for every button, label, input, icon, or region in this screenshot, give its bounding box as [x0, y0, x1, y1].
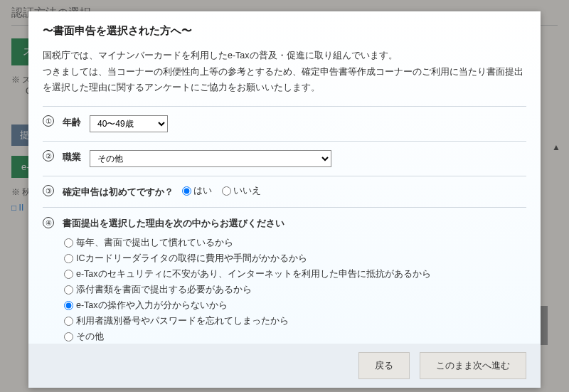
modal-intro: 国税庁では、マイナンバーカードを利用したe-Taxの普及・促進に取り組んでいます…	[43, 48, 526, 96]
question-firsttime-row: ③ 確定申告は初めてですか？ はい いいえ	[43, 176, 526, 207]
q4-option[interactable]: e-Taxのセキュリティに不安があり、インターネットを利用した申告に抵抗があるか…	[64, 268, 526, 280]
q4-radio[interactable]	[64, 332, 73, 341]
survey-modal: 〜書面申告を選択された方へ〜 国税庁では、マイナンバーカードを利用したe-Tax…	[28, 11, 541, 388]
q4-options-list: 毎年、書面で提出して慣れているからICカードリーダライタの取得に費用や手間がかか…	[43, 237, 526, 343]
q4-radio[interactable]	[64, 254, 73, 263]
q4-radio[interactable]	[64, 317, 73, 326]
question-job-row: ② 職業 その他	[43, 141, 526, 176]
radio-no[interactable]	[222, 186, 231, 196]
job-select[interactable]: その他	[90, 150, 331, 167]
q3-label: 確定申告は初めてですか？	[63, 185, 174, 198]
question-age-row: ① 年齢 40〜49歳	[43, 106, 526, 141]
q4-option-label: 利用者識別番号やパスワードを忘れてしまったから	[76, 315, 289, 327]
q1-label: 年齢	[63, 115, 81, 129]
age-select[interactable]: 40〜49歳	[90, 115, 168, 132]
intro-line-1: 国税庁では、マイナンバーカードを利用したe-Taxの普及・促進に取り組んでいます…	[43, 48, 526, 64]
q4-radio[interactable]	[64, 285, 73, 295]
q4-option[interactable]: 利用者識別番号やパスワードを忘れてしまったから	[64, 315, 526, 327]
q4-option-label: 毎年、書面で提出して慣れているから	[76, 237, 233, 249]
q4-option-label: e-Taxの操作や入力が分からないから	[76, 300, 228, 312]
q2-label: 職業	[63, 150, 81, 164]
radio-no-label: いいえ	[233, 185, 261, 197]
q4-label: 書面提出を選択した理由を次の中からお選びください	[63, 216, 284, 230]
q4-option[interactable]: 毎年、書面で提出して慣れているから	[64, 237, 526, 249]
modal-footer: 戻る このまま次へ進む	[28, 344, 541, 388]
q4-radio[interactable]	[64, 238, 73, 248]
radio-no-wrapper[interactable]: いいえ	[222, 185, 261, 197]
q4-option-label: その他	[76, 331, 104, 343]
modal-body: 〜書面申告を選択された方へ〜 国税庁では、マイナンバーカードを利用したe-Tax…	[28, 11, 541, 344]
q2-number: ②	[43, 150, 54, 161]
q3-number: ③	[43, 185, 54, 196]
q4-option[interactable]: ICカードリーダライタの取得に費用や手間がかかるから	[64, 253, 526, 265]
q4-option-label: ICカードリーダライタの取得に費用や手間がかかるから	[76, 253, 307, 265]
modal-title: 〜書面申告を選択された方へ〜	[43, 24, 526, 38]
q1-number: ①	[43, 115, 54, 127]
q4-option-label: e-Taxのセキュリティに不安があり、インターネットを利用した申告に抵抗があるか…	[76, 268, 431, 280]
radio-yes-wrapper[interactable]: はい	[182, 185, 212, 197]
q4-option[interactable]: e-Taxの操作や入力が分からないから	[64, 300, 526, 312]
intro-line-2: つきましては、当コーナーの利便性向上等の参考とするため、確定申告書等作成コーナー…	[43, 64, 526, 96]
q4-number: ④	[43, 217, 54, 228]
question-reason-row: ④ 書面提出を選択した理由を次の中からお選びください 毎年、書面で提出して慣れて…	[43, 207, 526, 344]
q4-radio[interactable]	[64, 270, 73, 279]
radio-yes[interactable]	[182, 186, 191, 196]
q4-radio[interactable]	[64, 301, 73, 310]
back-button[interactable]: 戻る	[358, 352, 410, 379]
q4-option[interactable]: 添付書類を書面で提出する必要があるから	[64, 284, 526, 296]
radio-yes-label: はい	[193, 185, 212, 197]
next-button[interactable]: このまま次へ進む	[420, 352, 526, 379]
q4-option-label: 添付書類を書面で提出する必要があるから	[76, 284, 252, 296]
q4-option[interactable]: その他	[64, 331, 526, 343]
